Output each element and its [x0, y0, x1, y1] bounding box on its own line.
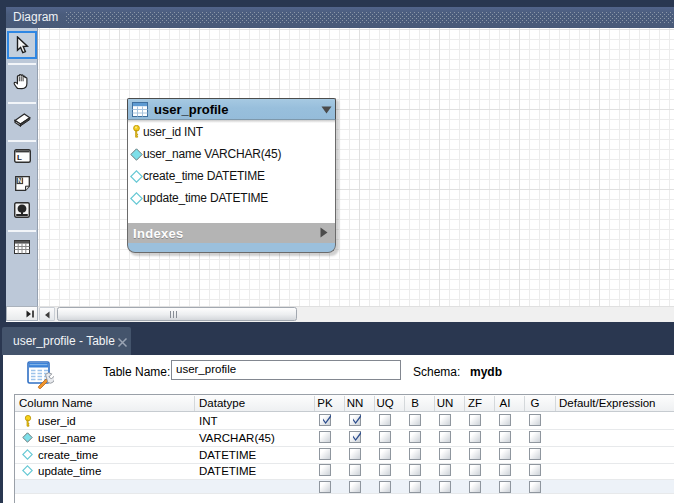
- svg-text:L: L: [17, 153, 22, 162]
- svg-text:N: N: [17, 177, 22, 184]
